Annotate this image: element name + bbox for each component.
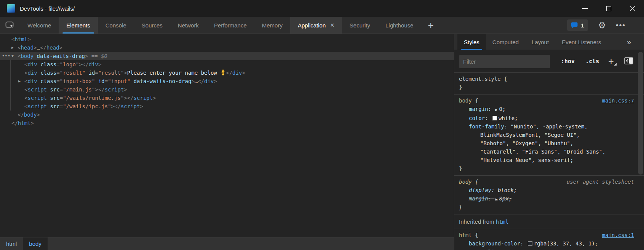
dom-token: > (59, 45, 62, 51)
property-colon: : (488, 106, 495, 112)
expand-arrow-icon[interactable]: ▶ (18, 77, 21, 85)
styles-filter-input[interactable] (459, 55, 550, 68)
issues-counter-button[interactable]: 1 (567, 19, 588, 31)
style-rule[interactable]: body {main.css:7margin: ▶0;color: white;… (454, 95, 644, 176)
collapse-arrow-icon[interactable]: ▼ (11, 52, 14, 60)
dom-token: = (60, 95, 63, 101)
tab-network[interactable]: Network (170, 17, 206, 34)
dom-token: </ (82, 61, 89, 67)
property-colon: : (491, 187, 498, 193)
css-property[interactable]: margin: ▶8px; (459, 194, 639, 204)
dom-token: script (105, 87, 124, 93)
breadcrumb-body[interactable]: body (23, 237, 48, 250)
css-property[interactable]: color: white; (459, 114, 639, 122)
minimize-icon (582, 8, 588, 9)
css-property[interactable]: display: block; (459, 186, 639, 194)
tab-memory[interactable]: Memory (254, 17, 290, 34)
dom-token: class (37, 78, 57, 84)
panel-tabs: WelcomeElementsConsoleSourcesNetworkPerf… (20, 17, 421, 34)
dom-row[interactable]: •••▼<body data-wails-drag> == $0 (0, 52, 454, 60)
dom-token: = (60, 103, 63, 109)
dom-token: </ (98, 87, 105, 93)
css-property[interactable]: background-color: rgba(33, 37, 43, 1); (459, 239, 639, 248)
tab-label: Application (298, 22, 326, 29)
dom-token: > (214, 78, 217, 84)
color-swatch[interactable] (492, 116, 497, 120)
dom-token: body (24, 112, 37, 118)
tab-lighthouse[interactable]: Lighthouse (378, 17, 421, 34)
dom-row[interactable]: <html> (0, 35, 454, 43)
dom-row[interactable]: <script src="/wails/runtime.js"></script… (0, 94, 454, 102)
element-classes-button[interactable]: .cls (585, 58, 599, 65)
expand-arrow-icon[interactable]: ▶ (11, 43, 14, 52)
dom-token: div (232, 70, 242, 76)
maximize-button[interactable] (597, 0, 620, 17)
dom-row[interactable]: ▶<head>…</head> (0, 43, 454, 52)
dom-token: class (37, 70, 57, 76)
stylesheet-link[interactable]: main.css:7 (602, 96, 634, 105)
stylesheet-link[interactable]: main.css:1 (602, 231, 634, 239)
dom-row[interactable]: </body> (0, 111, 454, 119)
add-tab-button[interactable]: + (421, 17, 440, 34)
dom-tree: <html>▶<head>…</head>•••▼<body data-wail… (0, 34, 454, 237)
settings-button[interactable]: ⚙ (598, 21, 606, 30)
point-up-icon (220, 69, 226, 75)
devtools-logo-icon (7, 4, 15, 13)
close-button[interactable] (620, 0, 644, 17)
css-property[interactable]: font-family: "Nunito", -apple-system, (459, 122, 639, 131)
style-rule[interactable]: element.style {} (454, 73, 644, 95)
dom-row[interactable]: <script src="/wails/ipc.js"></script> (0, 102, 454, 111)
new-style-rule-button[interactable]: + (608, 56, 614, 67)
dom-token: </ (226, 70, 232, 76)
inspect-element-button[interactable] (0, 17, 20, 34)
customize-menu-button[interactable]: ••• (616, 21, 626, 29)
sidebar-tab-computed[interactable]: Computed (486, 34, 525, 50)
dom-token: "input" (108, 78, 130, 84)
style-rule[interactable]: html {main.css:1background-color: rgba(3… (454, 229, 644, 250)
tab-sources[interactable]: Sources (134, 17, 170, 34)
dom-token: div (27, 61, 37, 67)
elements-panel: <html>▶<head>…</head>•••▼<body data-wail… (0, 34, 454, 250)
minimize-button[interactable] (573, 0, 597, 17)
style-rule[interactable]: body {user agent stylesheetdisplay: bloc… (454, 176, 644, 215)
css-property[interactable]: text-align: center; (459, 248, 639, 250)
sidebar-tab-styles[interactable]: Styles (457, 34, 486, 50)
dom-row[interactable]: </html> (0, 119, 454, 127)
dom-token: > (34, 45, 37, 51)
sidebar-tab-layout[interactable]: Layout (525, 34, 555, 50)
tab-console[interactable]: Console (98, 17, 134, 34)
computed-sidebar-toggle-button[interactable] (624, 57, 633, 66)
close-brace: } (459, 164, 639, 173)
expand-value-arrow-icon[interactable]: ▶ (494, 197, 499, 201)
dom-row[interactable]: <script src="/main.js"></script> (0, 85, 454, 94)
dom-token: id (95, 78, 104, 84)
row-menu-dots-icon[interactable]: ••• (2, 52, 11, 60)
toggle-pseudo-state-button[interactable]: :hov (561, 58, 575, 65)
css-property[interactable]: margin: ▶0; (459, 105, 639, 114)
tab-performance[interactable]: Performance (206, 17, 254, 34)
breadcrumb-html[interactable]: html (0, 237, 23, 250)
color-swatch[interactable] (528, 241, 532, 246)
dom-token: script (121, 103, 140, 109)
tab-application[interactable]: Application× (290, 17, 342, 34)
dom-row[interactable]: <div class="logo"></div> (0, 60, 454, 69)
dom-token: data-wails-drag (34, 53, 85, 59)
close-tab-icon[interactable]: × (330, 22, 334, 29)
tab-elements[interactable]: Elements (59, 17, 98, 34)
dom-token: > (124, 95, 127, 101)
inherited-node-link[interactable]: html (496, 219, 509, 225)
dom-row[interactable]: ▶<div class="input-box" id="input" data-… (0, 77, 454, 85)
property-value-wrap: BlinkMacSystemFont, "Segoe UI", (459, 131, 639, 139)
dom-token: Please enter your name below (127, 70, 220, 76)
expand-value-arrow-icon[interactable]: ▶ (494, 107, 499, 112)
dom-row[interactable]: <div class="result" id="result">Please e… (0, 69, 454, 77)
dom-token: > (153, 95, 156, 101)
dom-token: > (37, 112, 40, 118)
sidebar-tab-event-listeners[interactable]: Event Listeners (555, 34, 607, 50)
styles-scrollbar[interactable] (638, 52, 643, 175)
property-name: margin (469, 196, 488, 202)
more-sidebar-tabs-button[interactable]: » (627, 34, 631, 50)
tab-security[interactable]: Security (342, 17, 378, 34)
property-value: 0; (499, 106, 505, 112)
tab-welcome[interactable]: Welcome (20, 17, 59, 34)
